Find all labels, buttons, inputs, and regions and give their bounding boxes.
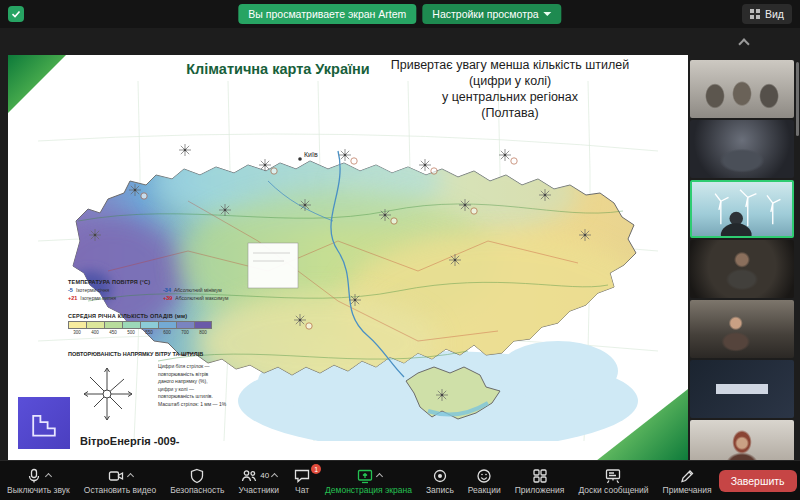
toolbar-item-label: Участники [238,485,279,495]
precip-legend-cell: 450 [104,321,122,335]
precip-legend-cell: 600 [158,321,176,335]
legend-precipitation: СЕРЕДНЯ РІЧНА КІЛЬКІСТЬ ОПАДІВ (мм) 3004… [68,313,212,335]
view-layout-button[interactable]: Вид [742,4,792,24]
precip-legend-cell: 500 [122,321,140,335]
participant-tile-3-active-speaker[interactable] [690,180,794,238]
slide-footer-text: ВітроЕнергія -009- [80,435,179,447]
viewing-screen-banner: Вы просматриваете экран Artem [238,4,416,24]
toolbar-item-reactions[interactable]: Реакции [461,461,508,500]
toolbar-item-label: Демонстрация экрана [325,485,412,495]
meeting-toolbar: Выключить звукОстановить видео Безопасно… [0,460,800,500]
city-label-kyiv: Київ [304,151,318,158]
toolbar-item-note[interactable]: Примечания [656,461,719,500]
participant-tile-6[interactable] [690,360,794,418]
encryption-shield-icon [8,6,24,22]
apps-icon [531,467,549,485]
toolbar-item-video[interactable]: Остановить видео [77,461,163,500]
precip-legend-cell: 800 [194,321,212,335]
video-icon [107,467,125,485]
shared-screen-slide: Кліматична карта України Привертає увагу… [8,55,688,461]
toolbar-item-label: Приложения [515,485,565,495]
toolbar-item-apps[interactable]: Приложения [508,461,572,500]
meeting-stage: Кліматична карта України Привертає увагу… [0,28,800,460]
participant-tile-4[interactable] [690,240,794,298]
toolbar-item-mic[interactable]: Выключить звук [0,461,77,500]
record-icon [431,467,449,485]
toolbar-item-label: Выключить звук [7,485,70,495]
view-settings-button[interactable]: Настройки просмотра [422,4,561,24]
participants-panel [688,28,800,460]
people-icon [240,467,258,485]
toolbar-item-label: Запись [426,485,454,495]
legend-temperature-title: ТЕМПЕРАТУРА ПОВІТРЯ (°С) [68,279,258,285]
wind-legend-note: Цифри біля стрілок —повторюваність вітрі… [158,363,278,408]
legend-temp-item: -34Абсолютний мінімум [163,287,258,293]
chevron-up-icon[interactable] [45,473,52,480]
legend-temp-item: +39Абсолютний максимум [163,295,258,301]
participant-tile-1[interactable] [690,60,794,118]
toolbar-item-label: Доски сообщений [578,485,648,495]
layout-grid-icon [750,9,760,19]
toolbar-item-share[interactable]: Демонстрация экрана [318,461,419,500]
board-icon [604,467,622,485]
toolbar-item-label: Примечания [663,485,712,495]
legend-wind-title: ПОВТОРЮВАНІСТЬ НАПРЯМКУ ВІТРУ ТА ШТИЛІВ [68,351,288,357]
wind-rose-diagram [74,361,140,431]
participant-tile-2[interactable] [690,120,794,178]
toolbar-item-shield[interactable]: Безопасность [163,461,231,500]
precip-legend-cell: 550 [140,321,158,335]
precip-legend-cell: 300 [68,321,86,335]
toolbar-item-record[interactable]: Запись [419,461,461,500]
toolbar-item-label: Остановить видео [84,485,156,495]
top-bar: Вы просматриваете экран Artem Настройки … [0,0,800,28]
shield-icon [188,467,206,485]
panel-collapse-button[interactable] [740,34,748,52]
chevron-down-icon [544,12,552,16]
toolbar-item-label: Безопасность [170,485,224,495]
legend-precipitation-title: СЕРЕДНЯ РІЧНА КІЛЬКІСТЬ ОПАДІВ (мм) [68,313,212,319]
participant-tile-5[interactable] [690,300,794,358]
chevron-up-icon[interactable] [375,473,382,480]
legend-temp-item: -5Ізотерми січня [68,287,163,293]
reactions-icon [475,467,493,485]
chevron-up-icon [738,38,749,49]
toolbar-item-chat[interactable]: 1Чат [286,461,318,500]
toolbar-item-label: Реакции [468,485,501,495]
toolbar-item-board[interactable]: Доски сообщений [571,461,655,500]
end-meeting-button[interactable]: Завершить [719,470,797,492]
vitroenergia-logo [18,397,70,449]
chevron-up-icon[interactable] [127,473,134,480]
participants-count: 40 [260,471,269,480]
screen-share-banner: Вы просматриваете экран Artem Настройки … [238,4,561,24]
annotation-line: Привертає увагу менша кількість штилей [360,57,660,73]
slide-title: Кліматична карта України [168,61,388,77]
note-icon [678,467,696,485]
toolbar-item-label: Чат [295,485,309,495]
precip-legend-cell: 700 [176,321,194,335]
precip-legend-cell: 400 [86,321,104,335]
share-icon [356,467,374,485]
panel-scrollbar[interactable] [796,62,799,136]
chevron-up-icon[interactable] [271,473,278,480]
chat-icon [293,467,311,485]
toolbar-item-people[interactable]: 40Участники [231,461,286,500]
legend-temperature: ТЕМПЕРАТУРА ПОВІТРЯ (°С) -5Ізотерми січн… [68,279,258,301]
legend-temp-item: +21Ізотерми липня [68,295,163,301]
mic-icon [25,467,43,485]
